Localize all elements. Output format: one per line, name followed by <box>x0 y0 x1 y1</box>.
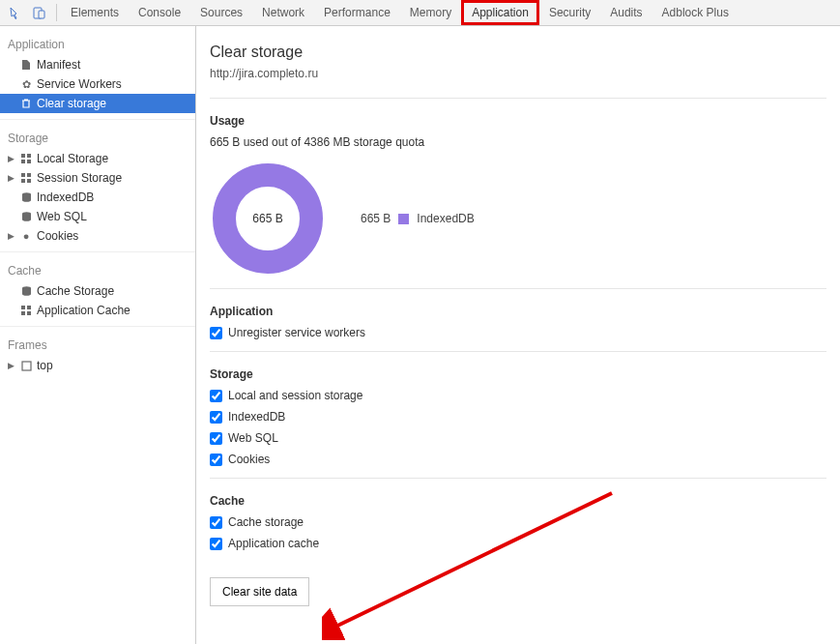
legend-label: IndexedDB <box>417 212 474 225</box>
tab-adblock-plus[interactable]: Adblock Plus <box>652 0 739 25</box>
sidebar-section-cache: Cache <box>0 258 195 281</box>
legend-swatch-icon <box>398 214 409 224</box>
svg-rect-2 <box>21 154 25 158</box>
checkbox-input[interactable] <box>210 327 222 339</box>
file-icon <box>19 58 33 72</box>
svg-rect-5 <box>27 160 31 163</box>
chevron-right-icon: ▶ <box>8 154 15 163</box>
tab-audits[interactable]: Audits <box>600 0 652 25</box>
grid-icon <box>19 152 33 165</box>
usage-donut-chart: 665 B <box>210 161 326 277</box>
sidebar-item-label: Local Storage <box>37 152 108 165</box>
sidebar-section-frames: Frames <box>0 333 195 356</box>
svg-rect-16 <box>27 311 31 315</box>
checkbox-label: Application cache <box>228 537 319 550</box>
sidebar-item-service-workers[interactable]: ✿ Service Workers <box>0 74 195 94</box>
checkbox-input[interactable] <box>210 516 222 529</box>
tab-console[interactable]: Console <box>129 0 190 25</box>
tab-security[interactable]: Security <box>539 0 600 25</box>
checkbox-label: Unregister service workers <box>228 326 365 339</box>
checkbox-input[interactable] <box>210 411 222 424</box>
devtools-tabbar: Elements Console Sources Network Perform… <box>0 0 840 26</box>
device-toggle-icon[interactable] <box>29 3 48 22</box>
checkbox-unregister-sw[interactable]: Unregister service workers <box>210 326 826 339</box>
database-icon <box>19 190 33 204</box>
sidebar-item-label: Cache Storage <box>37 284 114 298</box>
sidebar-item-label: Application Cache <box>37 304 130 317</box>
svg-rect-3 <box>27 154 31 158</box>
sidebar-section-storage: Storage <box>0 126 195 149</box>
checkbox-web-sql[interactable]: Web SQL <box>210 431 826 445</box>
tab-network[interactable]: Network <box>252 0 314 25</box>
grid-icon <box>19 304 33 317</box>
sidebar-item-top-frame[interactable]: ▶ top <box>0 356 195 375</box>
chevron-right-icon: ▶ <box>8 231 15 241</box>
tab-elements[interactable]: Elements <box>61 0 129 25</box>
donut-center-label: 665 B <box>210 161 326 277</box>
svg-rect-8 <box>21 179 25 183</box>
frame-icon <box>19 359 33 372</box>
checkbox-input[interactable] <box>210 454 222 466</box>
checkbox-label: Local and session storage <box>228 389 362 402</box>
checkbox-label: IndexedDB <box>228 410 285 424</box>
checkbox-input[interactable] <box>210 432 222 445</box>
sidebar-item-cookies[interactable]: ▶ ● Cookies <box>0 226 195 246</box>
sidebar-item-clear-storage[interactable]: Clear storage <box>0 94 195 113</box>
checkbox-label: Web SQL <box>228 431 278 445</box>
checkbox-application-cache[interactable]: Application cache <box>210 537 826 550</box>
trash-icon <box>19 97 33 110</box>
sidebar-item-label: Web SQL <box>37 210 87 223</box>
svg-rect-9 <box>27 179 31 183</box>
checkbox-input[interactable] <box>210 538 222 550</box>
svg-rect-7 <box>27 173 31 177</box>
usage-summary: 665 B used out of 4386 MB storage quota <box>210 135 826 149</box>
checkbox-local-session[interactable]: Local and session storage <box>210 389 826 402</box>
sidebar-item-application-cache[interactable]: Application Cache <box>0 301 195 320</box>
usage-heading: Usage <box>210 114 826 128</box>
checkbox-input[interactable] <box>210 390 222 402</box>
application-sidebar: Application Manifest ✿ Service Workers C… <box>0 26 196 644</box>
origin-url: http://jira.completo.ru <box>210 67 826 80</box>
checkbox-label: Cookies <box>228 453 270 466</box>
svg-rect-4 <box>21 160 25 163</box>
sidebar-item-indexeddb[interactable]: IndexedDB <box>0 188 195 207</box>
legend-value: 665 B <box>361 212 391 225</box>
svg-rect-13 <box>21 306 25 309</box>
svg-rect-1 <box>39 11 44 18</box>
checkbox-indexeddb[interactable]: IndexedDB <box>210 410 826 424</box>
chevron-right-icon: ▶ <box>8 173 15 183</box>
sidebar-item-label: IndexedDB <box>37 190 94 204</box>
sidebar-item-label: Service Workers <box>37 77 122 91</box>
cookie-icon: ● <box>19 229 33 243</box>
gear-icon: ✿ <box>19 77 33 91</box>
usage-legend: 665 B IndexedDB <box>361 212 475 225</box>
inspect-icon[interactable] <box>6 3 25 22</box>
sidebar-item-label: Session Storage <box>37 171 122 185</box>
clear-storage-panel: Clear storage http://jira.completo.ru Us… <box>196 26 840 644</box>
page-title: Clear storage <box>210 44 826 61</box>
sidebar-item-cache-storage[interactable]: Cache Storage <box>0 281 195 301</box>
sidebar-item-manifest[interactable]: Manifest <box>0 55 195 74</box>
tab-sources[interactable]: Sources <box>190 0 252 25</box>
sidebar-item-label: Manifest <box>37 58 80 72</box>
checkbox-cache-storage[interactable]: Cache storage <box>210 515 826 529</box>
application-heading: Application <box>210 305 826 318</box>
cache-heading: Cache <box>210 494 826 508</box>
clear-site-data-button[interactable]: Clear site data <box>210 577 309 606</box>
tab-memory[interactable]: Memory <box>400 0 461 25</box>
svg-rect-14 <box>27 306 31 309</box>
svg-rect-17 <box>22 362 31 370</box>
chevron-right-icon: ▶ <box>8 361 15 370</box>
database-icon <box>19 210 33 223</box>
sidebar-item-session-storage[interactable]: ▶ Session Storage <box>0 168 195 188</box>
sidebar-section-application: Application <box>0 32 195 55</box>
tab-application[interactable]: Application <box>461 0 539 25</box>
svg-rect-6 <box>21 173 25 177</box>
sidebar-item-local-storage[interactable]: ▶ Local Storage <box>0 149 195 168</box>
sidebar-item-label: top <box>37 359 53 372</box>
grid-icon <box>19 171 33 185</box>
svg-rect-15 <box>21 311 25 315</box>
sidebar-item-web-sql[interactable]: Web SQL <box>0 207 195 226</box>
checkbox-cookies[interactable]: Cookies <box>210 453 826 466</box>
tab-performance[interactable]: Performance <box>314 0 400 25</box>
